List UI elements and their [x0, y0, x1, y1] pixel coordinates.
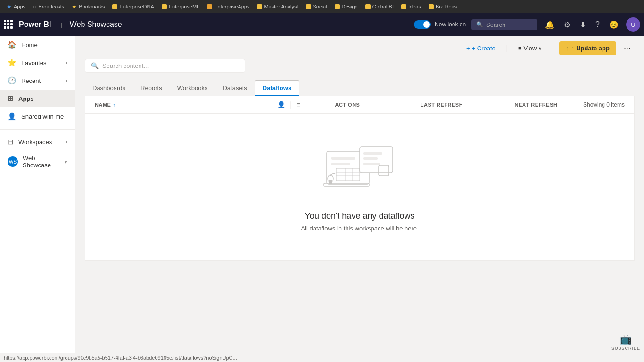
bookmark-ideas[interactable]: Ideas	[398, 3, 424, 10]
recent-chevron-icon: ›	[66, 78, 67, 83]
header: Power BI | Web Showcase New look on 🔍 🔔 …	[0, 13, 644, 36]
brand-logo: Power BI	[19, 20, 51, 29]
user-avatar[interactable]: U	[626, 17, 640, 32]
bookmark-enterpriseml[interactable]: EnterpriseML	[159, 3, 202, 10]
list-view-icon[interactable]: ≡	[297, 101, 300, 108]
workspace-avatar: WS	[8, 156, 18, 167]
col-next-refresh-header: NEXT REFRESH	[489, 102, 583, 107]
sidebar-label-recent: Recent	[21, 77, 41, 84]
content-search-input[interactable]	[102, 62, 239, 69]
tab-datasets[interactable]: Datasets	[215, 81, 254, 96]
status-bar: https://app.powerbi.com/groups/90c9b5a5-…	[0, 353, 644, 362]
svg-rect-11	[363, 163, 380, 165]
update-app-icon: ↑	[566, 45, 569, 52]
sidebar-divider	[0, 129, 75, 130]
favorites-chevron-icon: ›	[66, 60, 67, 66]
create-plus-icon: +	[466, 45, 470, 52]
sidebar-item-shared[interactable]: 👤 Shared with me	[0, 107, 75, 125]
more-options-button[interactable]: ···	[620, 41, 635, 55]
bookmark-design[interactable]: Design	[332, 3, 361, 10]
create-button[interactable]: + + Create	[461, 42, 501, 55]
view-icon: ≡	[518, 45, 522, 52]
empty-illustration	[322, 142, 397, 200]
workspace-name: Web Showcase	[70, 20, 122, 29]
top-action-bar: + + Create │ ≡ View ∨ │ ↑ ↑ Update app ·…	[75, 36, 644, 59]
update-app-button[interactable]: ↑ ↑ Update app	[559, 41, 616, 55]
favorites-icon: ⭐	[8, 58, 17, 67]
svg-rect-9	[363, 152, 382, 155]
download-icon[interactable]: ⬇	[578, 18, 588, 31]
apps-icon: ⊞	[8, 94, 14, 103]
sidebar-item-web-showcase[interactable]: WS Web Showcase ∨	[0, 150, 75, 173]
sidebar-label-workspaces: Workspaces	[18, 139, 61, 146]
tab-dataflows[interactable]: Dataflows	[255, 80, 299, 96]
workspaces-icon: ⊟	[8, 138, 14, 146]
showing-count: Showing 0 items	[583, 101, 634, 108]
tab-reports[interactable]: Reports	[133, 81, 170, 96]
sidebar-workspaces[interactable]: ⊟ Workspaces ›	[0, 133, 75, 150]
bookmark-social[interactable]: Social	[303, 3, 330, 10]
bookmark-enterprisedna[interactable]: EnterpriseDNA	[109, 3, 157, 10]
person-view-icon[interactable]: 👤	[277, 101, 285, 108]
bookmark-broadcasts[interactable]: ○ Broadcasts	[30, 2, 67, 11]
status-url: https://app.powerbi.com/groups/90c9b5a5-…	[4, 355, 237, 361]
col-name-header: NAME ↑	[85, 102, 277, 107]
sidebar-item-recent[interactable]: 🕐 Recent ›	[0, 72, 75, 90]
empty-state: You don't have any dataflows All dataflo…	[85, 114, 634, 260]
recent-icon: 🕐	[8, 76, 17, 85]
sidebar-item-apps[interactable]: ⊞ Apps	[0, 90, 75, 107]
empty-subtitle: All dataflows in this workspace will be …	[301, 225, 418, 232]
sort-icon: ↑	[113, 102, 116, 107]
subscribe-label: SUBSCRIBE	[611, 346, 640, 351]
emoji-icon[interactable]: 😊	[607, 18, 620, 31]
view-divider: │	[289, 101, 293, 108]
sidebar-label-home: Home	[21, 41, 38, 49]
bookmark-masteranalyst[interactable]: Master Analyst	[254, 3, 301, 10]
action-divider: │	[505, 45, 509, 52]
workspace-chevron-icon: ∨	[64, 159, 67, 165]
col-actions-header: ACTIONS	[300, 102, 395, 107]
bookmark-enterpriseapps[interactable]: EnterpriseApps	[204, 3, 252, 10]
svg-rect-3	[336, 168, 360, 181]
notification-icon[interactable]: 🔔	[543, 18, 556, 31]
sidebar-item-favorites[interactable]: ⭐ Favorites ›	[0, 54, 75, 72]
view-chevron-icon: ∨	[538, 46, 542, 51]
svg-rect-2	[331, 163, 350, 165]
subscribe-mark: 📺 SUBSCRIBE	[611, 334, 640, 351]
content-search-icon: 🔍	[91, 62, 99, 69]
shared-icon: 👤	[8, 112, 17, 121]
search-input[interactable]	[486, 21, 533, 28]
svg-rect-1	[331, 157, 355, 160]
sidebar: 🏠 Home ⭐ Favorites › 🕐 Recent › ⊞ Apps 👤…	[0, 36, 75, 362]
new-look-toggle[interactable]: New look on	[414, 20, 466, 29]
global-search[interactable]: 🔍	[471, 19, 537, 30]
view-button[interactable]: ≡ View ∨	[512, 42, 548, 55]
bookmark-bookmarks[interactable]: ★ Bookmarks	[69, 2, 107, 11]
workspaces-chevron-icon: ›	[66, 140, 67, 145]
sidebar-item-home[interactable]: 🏠 Home	[0, 36, 75, 54]
bookmark-globalbi[interactable]: Global BI	[363, 3, 396, 10]
empty-title: You don't have any dataflows	[305, 211, 415, 221]
tab-workbooks[interactable]: Workbooks	[170, 81, 215, 96]
settings-icon[interactable]: ⚙	[562, 18, 572, 31]
tab-dashboards[interactable]: Dashboards	[85, 81, 133, 96]
workspace-label: Web Showcase	[23, 155, 59, 169]
toggle-switch[interactable]	[414, 20, 431, 29]
sidebar-label-apps: Apps	[18, 95, 34, 102]
main-content: + + Create │ ≡ View ∨ │ ↑ ↑ Update app ·…	[75, 36, 644, 362]
toggle-label: New look on	[435, 21, 466, 28]
action-divider2: │	[551, 45, 555, 52]
waffle-menu[interactable]	[4, 20, 13, 29]
col-last-refresh-header: LAST REFRESH	[395, 102, 489, 107]
home-icon: 🏠	[8, 41, 17, 49]
bookmarks-bar: ★ Apps ○ Broadcasts ★ Bookmarks Enterpri…	[0, 0, 644, 13]
bookmark-apps[interactable]: ★ Apps	[4, 2, 28, 11]
content-tabs: Dashboards Reports Workbooks Datasets Da…	[85, 80, 635, 96]
sidebar-label-favorites: Favorites	[21, 59, 46, 66]
help-icon[interactable]: ?	[594, 18, 602, 31]
content-area: 🔍 Dashboards Reports Workbooks Datasets …	[75, 59, 644, 270]
content-search[interactable]: 🔍	[85, 59, 245, 73]
bookmark-bizideas[interactable]: Biz Ideas	[426, 3, 460, 10]
subscribe-icon: 📺	[620, 334, 632, 345]
search-icon: 🔍	[476, 21, 483, 28]
